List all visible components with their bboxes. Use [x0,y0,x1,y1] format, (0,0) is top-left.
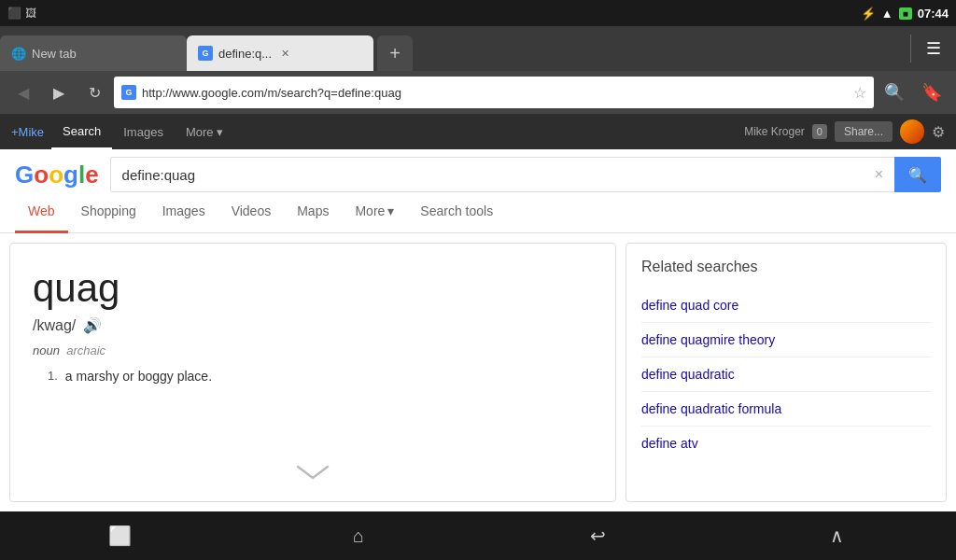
overflow-icon: ∧ [830,525,844,547]
search-icon[interactable]: 🔍 [878,76,911,109]
home-icon: ⌂ [353,525,364,547]
google-search-row: Google define:quag × 🔍 [0,149,956,192]
bookmarks-icon[interactable]: 🔖 [915,76,949,109]
cast-icon: ⬛ [7,7,21,20]
gtab-search[interactable]: Search [51,114,112,149]
toolbar-user: Mike Kroger 0 Share... ⚙ [744,119,945,144]
word-qualifier: archaic [66,343,105,357]
recents-button[interactable]: ⬜ [96,517,143,554]
forward-button[interactable]: ▶ [43,77,75,108]
word-title: quag [33,266,593,311]
search-form: define:quag × 🔍 [110,157,941,192]
back-button[interactable]: ◀ [7,77,39,108]
stab-videos[interactable]: Videos [218,192,285,233]
expand-button[interactable] [294,463,331,486]
stab-searchtools-label: Search tools [420,203,493,218]
definition-card: quag /kwag/ 🔊 noun archaic 1. a marshy o… [9,243,616,502]
gtab-more-label: More [186,125,214,139]
stab-more[interactable]: More ▾ [342,192,407,233]
pronunciation-text: /kwag/ [33,317,76,334]
related-title: Related searches [641,259,931,275]
status-bar: ⬛ 🖼 ⚡ ▲ ■ 07:44 [0,0,956,26]
stab-maps-label: Maps [297,203,329,218]
content-wrapper: Google define:quag × 🔍 Web Shopping I [0,149,956,511]
gtab-images[interactable]: Images [112,114,175,149]
new-tab-button[interactable]: + [377,35,413,71]
plus-prefix: +Mike [11,125,44,139]
tab-define[interactable]: G define:q... ✕ [187,35,373,71]
stab-shopping[interactable]: Shopping [68,192,149,233]
tab-newtab-favicon: 🌐 [11,47,26,61]
search-input[interactable]: define:quag × [110,157,895,192]
search-input-value: define:quag [122,167,195,183]
time-display: 07:44 [918,7,949,21]
gtab-search-label: Search [63,124,101,138]
search-clear-button[interactable]: × [875,166,883,183]
recents-icon: ⬜ [108,525,132,547]
speaker-icon[interactable]: 🔊 [83,316,102,334]
gtab-images-label: Images [123,125,163,139]
home-button[interactable]: ⌂ [335,517,382,554]
gtab-more-chevron: ▾ [217,125,223,139]
browser-menu-button[interactable]: ☰ [915,30,952,67]
stab-maps[interactable]: Maps [284,192,342,233]
stab-images[interactable]: Images [149,192,218,233]
status-left: ⬛ 🖼 [7,7,36,20]
wifi-icon: ▲ [881,7,893,21]
related-searches-card: Related searches define quad core define… [626,243,947,502]
plus-icon: + [389,43,401,64]
overflow-button[interactable]: ∧ [813,517,860,554]
share-button[interactable]: Share... [835,121,893,142]
google-plus-link[interactable]: +Mike [11,125,44,139]
search-submit-icon: 🔍 [908,166,927,184]
related-link-4[interactable]: define atv [641,427,931,460]
url-bar[interactable]: G http://www.google.com/m/search?q=defin… [114,77,874,108]
tab-define-label: define:q... [218,47,272,61]
search-submit-button[interactable]: 🔍 [894,157,941,192]
stab-images-label: Images [162,203,205,218]
def-number-1: 1. [48,369,58,383]
bluetooth-icon: ⚡ [861,7,876,21]
notification-badge[interactable]: 0 [812,124,827,139]
stab-web[interactable]: Web [15,192,68,233]
word-type: noun archaic [33,343,593,357]
stab-more-label: More [355,203,385,218]
tab-newtab[interactable]: 🌐 New tab [0,35,187,71]
settings-icon[interactable]: ⚙ [932,123,945,141]
definition-list: 1. a marshy or boggy place. [33,369,593,384]
stab-searchtools[interactable]: Search tools [407,192,506,233]
def-text-1: a marshy or boggy place. [65,369,212,384]
url-text: http://www.google.com/m/search?q=define:… [142,86,848,100]
refresh-button[interactable]: ↻ [78,77,110,108]
user-avatar[interactable] [900,119,924,144]
tab-close-button[interactable]: ✕ [277,46,292,61]
google-logo[interactable]: Google [15,162,99,187]
stab-more-chevron: ▾ [387,203,394,218]
address-bar: ◀ ▶ ↻ G http://www.google.com/m/search?q… [0,71,956,114]
stab-videos-label: Videos [232,203,272,218]
bottom-nav: ⬜ ⌂ ↩ ∧ [0,511,956,560]
gtab-more[interactable]: More ▾ [175,114,234,149]
related-link-0[interactable]: define quad core [641,288,931,323]
back-nav-icon: ↩ [590,525,606,547]
photo-icon: 🖼 [25,7,36,20]
google-toolbar: +Mike Search Images More ▾ Mike Kroger 0… [0,114,956,149]
search-tabs: Web Shopping Images Videos Maps More ▾ S… [0,192,956,233]
battery-icon: ■ [899,7,912,20]
tab-separator [910,35,911,63]
word-pos: noun [33,343,60,357]
hamburger-icon: ☰ [926,38,941,59]
back-nav-button[interactable]: ↩ [574,517,621,554]
tab-bar: 🌐 New tab G define:q... ✕ + ☰ [0,26,956,71]
related-link-3[interactable]: define quadratic formula [641,392,931,427]
tab-define-favicon: G [198,46,213,61]
user-name: Mike Kroger [744,125,805,138]
stab-web-label: Web [28,203,55,218]
definition-item-1: 1. a marshy or boggy place. [48,369,593,384]
toolbar-right: 🔍 🔖 [878,76,949,109]
related-link-2[interactable]: define quadratic [641,357,931,392]
pronunciation: /kwag/ 🔊 [33,316,593,334]
main-content: quag /kwag/ 🔊 noun archaic 1. a marshy o… [0,233,956,511]
bookmark-icon[interactable]: ☆ [853,84,866,102]
related-link-1[interactable]: define quagmire theory [641,323,931,357]
